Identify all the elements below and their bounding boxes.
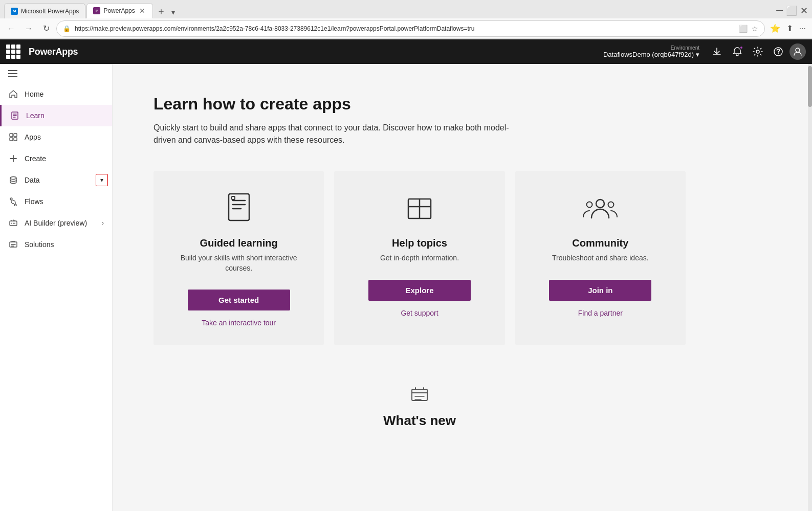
tab-ms[interactable]: M Microsoft PowerApps xyxy=(4,3,85,18)
whats-new-icon xyxy=(410,386,429,405)
pa-favicon: P xyxy=(93,7,100,14)
notification-badge xyxy=(739,46,743,50)
top-nav-icons xyxy=(708,42,806,61)
hub-icon[interactable]: ⭐ xyxy=(768,21,782,35)
help-topics-desc: Get in-depth information. xyxy=(380,253,459,263)
env-name: DataflowsDemo (orqb647f92d) ▾ xyxy=(603,51,699,58)
whats-new-title: What's new xyxy=(383,413,456,429)
get-started-button[interactable]: Get started xyxy=(188,290,290,310)
svg-rect-5 xyxy=(10,134,13,137)
reload-button[interactable]: ↻ xyxy=(39,21,53,36)
sidebar-item-solutions[interactable]: Solutions xyxy=(0,234,112,255)
tab-powerapps[interactable]: P PowerApps ✕ xyxy=(86,3,152,18)
interactive-tour-link[interactable]: Take an interactive tour xyxy=(202,319,276,327)
join-in-button[interactable]: Join in xyxy=(549,280,651,301)
page-title: Learn how to create apps xyxy=(153,95,686,114)
tab-pa-label: PowerApps xyxy=(103,7,135,14)
cards-row: Guided learning Build your skills with s… xyxy=(153,171,686,345)
data-icon xyxy=(8,175,18,185)
page-subtitle: Quickly start to build and share apps th… xyxy=(153,122,512,146)
community-icon xyxy=(582,191,618,227)
sidebar-item-flows[interactable]: Flows xyxy=(0,191,112,212)
explore-button[interactable]: Explore xyxy=(368,280,471,301)
sidebar-toggle[interactable] xyxy=(0,64,112,83)
sidebar-label-solutions: Solutions xyxy=(25,240,54,249)
content-area: Learn how to create apps Quickly start t… xyxy=(113,64,808,511)
browser-titlebar: M Microsoft PowerApps P PowerApps ✕ ＋ ▾ … xyxy=(0,0,812,18)
guided-learning-title: Guided learning xyxy=(200,237,278,249)
svg-point-18 xyxy=(596,199,604,208)
sidebar-item-home[interactable]: Home xyxy=(0,83,112,105)
community-title: Community xyxy=(572,237,628,249)
data-expand-button[interactable]: ▾ xyxy=(96,174,108,186)
svg-point-12 xyxy=(13,223,14,224)
user-avatar[interactable] xyxy=(789,43,806,60)
find-partner-link[interactable]: Find a partner xyxy=(578,309,623,317)
browser-chrome: M Microsoft PowerApps P PowerApps ✕ ＋ ▾ … xyxy=(0,0,812,39)
back-button[interactable]: ← xyxy=(4,21,18,36)
sidebar: Home Learn xyxy=(0,64,113,511)
close-button[interactable]: ✕ xyxy=(800,5,808,16)
download-icon[interactable] xyxy=(708,42,726,61)
sidebar-item-apps[interactable]: Apps xyxy=(0,126,112,148)
waffle-icon[interactable] xyxy=(6,45,20,59)
guided-learning-icon xyxy=(224,191,254,227)
tab-dropdown-button[interactable]: ▾ xyxy=(169,6,177,18)
sidebar-label-create: Create xyxy=(25,154,46,163)
aibuilder-icon xyxy=(8,218,18,228)
scrollbar-thumb[interactable] xyxy=(808,66,812,107)
svg-point-20 xyxy=(608,202,614,208)
sidebar-item-create[interactable]: Create xyxy=(0,148,112,169)
environment-selector[interactable]: Environment DataflowsDemo (orqb647f92d) … xyxy=(603,45,699,58)
community-desc: Troubleshoot and share ideas. xyxy=(552,253,649,263)
get-support-link[interactable]: Get support xyxy=(401,309,438,317)
svg-point-13 xyxy=(14,223,15,224)
notification-icon[interactable] xyxy=(728,42,747,61)
solutions-icon xyxy=(8,240,18,249)
reading-mode-icon[interactable]: ⬜ xyxy=(739,25,748,33)
learn-icon xyxy=(10,111,20,120)
minimize-button[interactable]: ─ xyxy=(776,5,783,16)
app-shell: PowerApps Environment DataflowsDemo (orq… xyxy=(0,39,812,511)
sidebar-label-learn: Learn xyxy=(26,112,45,120)
browser-controls: ← → ↻ 🔒 https://make.preview.powerapps.c… xyxy=(0,18,812,39)
svg-rect-8 xyxy=(14,138,17,141)
help-icon[interactable] xyxy=(769,42,787,61)
forward-button[interactable]: → xyxy=(21,21,36,36)
settings-ellipsis[interactable]: ··· xyxy=(797,22,808,35)
sidebar-item-data[interactable]: Data ▾ xyxy=(0,169,112,191)
sidebar-label-aibuilder: AI Builder (preview) xyxy=(25,219,87,227)
scrollbar[interactable] xyxy=(808,64,812,511)
tab-close-icon[interactable]: ✕ xyxy=(138,7,146,15)
apps-icon xyxy=(8,132,18,142)
svg-point-9 xyxy=(10,177,16,180)
svg-point-19 xyxy=(587,202,592,208)
tab-ms-label: Microsoft PowerApps xyxy=(21,8,79,15)
content-inner: Learn how to create apps Quickly start t… xyxy=(113,64,727,459)
tab-add-button[interactable]: ＋ xyxy=(154,4,168,18)
sidebar-label-flows: Flows xyxy=(25,197,43,206)
top-nav: PowerApps Environment DataflowsDemo (orq… xyxy=(0,39,812,64)
url-text: https://make.preview.powerapps.com/envir… xyxy=(75,25,735,32)
hamburger-icon xyxy=(8,70,17,77)
bookmark-icon[interactable]: ☆ xyxy=(752,25,758,33)
address-bar[interactable]: 🔒 https://make.preview.powerapps.com/env… xyxy=(56,20,765,37)
card-community: Community Troubleshoot and share ideas. … xyxy=(515,171,686,345)
svg-point-11 xyxy=(11,223,12,224)
sidebar-item-learn[interactable]: Learn xyxy=(0,105,112,126)
sidebar-label-data: Data xyxy=(25,176,40,184)
svg-rect-16 xyxy=(232,196,235,199)
whats-new-section: What's new xyxy=(153,376,686,429)
restore-button[interactable]: ⬜ xyxy=(786,5,797,16)
card-help-topics: Help topics Get in-depth information. Ex… xyxy=(334,171,504,345)
svg-rect-6 xyxy=(14,134,17,137)
svg-point-2 xyxy=(778,53,779,54)
sidebar-label-apps: Apps xyxy=(25,133,41,141)
sidebar-label-home: Home xyxy=(25,90,43,98)
env-chevron: ▾ xyxy=(696,51,699,58)
app-name: PowerApps xyxy=(29,47,78,57)
share-icon[interactable]: ⬆ xyxy=(784,21,795,35)
sidebar-item-aibuilder[interactable]: AI Builder (preview) › xyxy=(0,212,112,234)
settings-icon[interactable] xyxy=(749,42,767,61)
svg-rect-7 xyxy=(10,138,13,141)
